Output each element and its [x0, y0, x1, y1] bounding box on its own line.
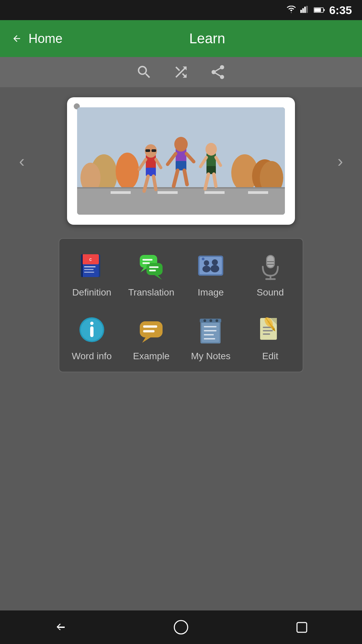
next-button[interactable]: ›: [328, 149, 352, 173]
image-button[interactable]: Image: [182, 242, 240, 305]
translation-button[interactable]: Translation: [122, 242, 181, 305]
my-notes-icon: [194, 313, 228, 346]
card-image-area: [77, 107, 285, 215]
actions-grid: C Definition: [59, 238, 303, 372]
word-info-label: Word info: [72, 351, 112, 362]
edit-icon: [253, 313, 287, 346]
svg-rect-48: [84, 266, 96, 267]
svg-marker-54: [155, 275, 162, 280]
svg-point-62: [202, 266, 210, 272]
translation-label: Translation: [128, 287, 174, 298]
svg-rect-49: [84, 269, 94, 270]
svg-line-36: [214, 174, 216, 186]
share-button[interactable]: [206, 60, 230, 84]
svg-line-22: [154, 176, 156, 190]
wifi-icon: [286, 5, 296, 15]
example-label: Example: [133, 351, 170, 362]
svg-rect-58: [149, 270, 156, 271]
edit-button[interactable]: Edit: [241, 306, 300, 368]
svg-point-61: [204, 260, 209, 266]
sound-label: Sound: [257, 287, 284, 298]
signal-icon: [300, 5, 310, 15]
svg-rect-18: [145, 149, 150, 152]
page-title: Learn: [62, 31, 352, 47]
bottom-navigation: [0, 610, 362, 644]
svg-rect-3: [306, 6, 308, 13]
svg-rect-15: [77, 187, 285, 189]
svg-point-64: [210, 265, 219, 272]
sound-button[interactable]: Sound: [241, 242, 300, 305]
svg-rect-6: [323, 9, 324, 11]
svg-text:C: C: [89, 258, 92, 262]
app-header: Home Learn: [0, 20, 362, 57]
svg-point-9: [116, 153, 139, 190]
svg-point-65: [202, 258, 204, 260]
svg-rect-79: [143, 330, 155, 332]
svg-point-83: [203, 319, 206, 322]
svg-rect-5: [314, 8, 321, 12]
main-content: ‹: [0, 87, 362, 382]
system-back-button[interactable]: [47, 614, 74, 641]
svg-rect-2: [304, 7, 306, 13]
svg-rect-42: [248, 191, 268, 194]
svg-rect-19: [152, 149, 156, 152]
system-recents-button[interactable]: [288, 614, 315, 641]
svg-rect-88: [204, 334, 214, 335]
flashcard-image: [67, 97, 295, 225]
svg-point-26: [174, 137, 188, 152]
image-card-container: ‹: [7, 97, 355, 225]
system-home-button[interactable]: [168, 614, 194, 641]
image-icon: [194, 249, 228, 282]
sound-icon: [253, 249, 287, 282]
battery-icon: [314, 5, 325, 15]
svg-rect-50: [84, 272, 94, 273]
prev-button[interactable]: ‹: [10, 149, 34, 173]
back-arrow-icon: [10, 32, 23, 45]
svg-rect-41: [204, 191, 225, 194]
toolbar: [0, 57, 362, 87]
translation-icon: [134, 249, 168, 282]
svg-point-99: [174, 621, 188, 634]
time-display: 6:35: [329, 4, 352, 17]
svg-rect-56: [142, 262, 150, 264]
definition-label: Definition: [72, 287, 111, 298]
image-label: Image: [198, 287, 224, 298]
my-notes-button[interactable]: My Notes: [182, 306, 240, 368]
svg-rect-55: [142, 259, 153, 261]
svg-point-84: [209, 319, 212, 322]
svg-rect-57: [149, 266, 159, 268]
svg-rect-89: [204, 338, 215, 339]
svg-rect-1: [302, 8, 304, 13]
svg-rect-53: [146, 263, 163, 275]
definition-icon: C: [75, 249, 109, 282]
shuffle-button[interactable]: [169, 60, 193, 84]
svg-rect-100: [297, 623, 307, 632]
svg-point-85: [216, 319, 218, 322]
svg-rect-76: [140, 321, 163, 337]
edit-label: Edit: [262, 351, 278, 362]
definition-button[interactable]: C Definition: [63, 242, 121, 305]
word-info-button[interactable]: Word info: [63, 306, 121, 368]
my-notes-label: My Notes: [191, 351, 231, 362]
svg-rect-93: [263, 330, 273, 331]
svg-point-63: [212, 259, 218, 265]
word-info-icon: [75, 313, 109, 346]
svg-rect-78: [143, 325, 157, 328]
svg-rect-86: [204, 326, 217, 327]
example-button[interactable]: Example: [122, 306, 181, 368]
svg-rect-94: [263, 333, 270, 335]
search-button[interactable]: [132, 60, 156, 84]
example-icon: [134, 313, 168, 346]
svg-marker-77: [142, 337, 150, 343]
back-button[interactable]: Home: [10, 32, 62, 46]
home-label: Home: [28, 32, 62, 46]
svg-point-33: [205, 143, 217, 156]
runners-illustration: [77, 107, 285, 215]
svg-rect-0: [300, 10, 302, 13]
svg-rect-39: [111, 191, 131, 194]
svg-rect-87: [204, 330, 217, 331]
svg-rect-75: [90, 326, 94, 337]
svg-rect-40: [158, 191, 178, 194]
status-bar: 6:35: [0, 0, 362, 20]
svg-point-74: [90, 322, 94, 325]
